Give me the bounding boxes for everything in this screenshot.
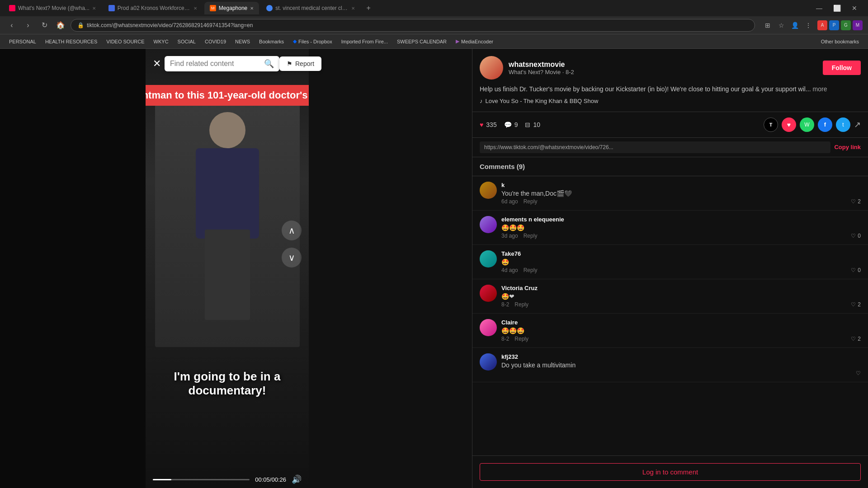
comment-like-kfj[interactable]: ♡ — [856, 370, 861, 376]
tab-megaphone[interactable]: M Megaphone ✕ — [204, 2, 259, 14]
maximize-button[interactable]: ⬜ — [830, 3, 844, 14]
bookmark-news[interactable]: NEWS — [231, 38, 254, 46]
tab-whatsnext[interactable]: What's Next? Movie (@wha... ✕ — [4, 2, 101, 14]
close-window-button[interactable]: ✕ — [848, 3, 861, 14]
comment-like-vc[interactable]: ♡ 2 — [851, 301, 861, 308]
bookmark-personal[interactable]: PERSONAL — [5, 38, 40, 46]
video-container[interactable]: Add stuntman to this 101-year-old doctor… — [146, 49, 309, 488]
home-button[interactable]: 🏠 — [54, 19, 67, 32]
nav-arrow-up[interactable]: ∧ — [282, 221, 302, 240]
comment-avatar-kfj[interactable] — [480, 353, 497, 371]
report-button[interactable]: ⚑ Report — [279, 56, 321, 71]
url-bar[interactable]: 🔒 tiktok.com/@whatsnextmovie/video/72628… — [71, 19, 755, 32]
bookmark-imported[interactable]: Imported From Fire... — [338, 38, 392, 46]
comment-reply-k[interactable]: Reply — [524, 198, 538, 205]
comment-meta-el: 3d ago Reply ♡ 0 — [501, 233, 861, 239]
close-button[interactable]: ✕ — [153, 58, 161, 70]
copy-link-button[interactable]: Copy link — [834, 144, 861, 150]
comment-item: Take76 🤩 4d ago Reply ♡ 0 — [472, 245, 868, 279]
bookmark-video[interactable]: VIDEO SOURCE — [103, 38, 148, 46]
music-title[interactable]: Love You So - The King Khan & BBQ Show — [486, 98, 599, 104]
tab-close-kronos[interactable]: ✕ — [193, 6, 197, 11]
refresh-button[interactable]: ↻ — [38, 19, 51, 32]
follow-button[interactable]: Follow — [823, 61, 861, 75]
comment-reply-vc[interactable]: Reply — [514, 301, 528, 308]
author-username[interactable]: whatsnextmovie — [509, 61, 817, 69]
ext-icon-1[interactable]: A — [817, 20, 827, 30]
tab-stvincent[interactable]: st. vincent medical center clevel... ✕ — [261, 2, 360, 14]
bookmark-wkyc[interactable]: WKYC — [150, 38, 172, 46]
bookmarks-stat[interactable]: ⊟ 10 — [525, 121, 540, 128]
comment-reply-t76[interactable]: Reply — [524, 267, 538, 273]
comments-header: Comments (9) — [472, 157, 868, 176]
search-input[interactable] — [170, 60, 260, 68]
comment-like-t76[interactable]: ♡ 0 — [851, 267, 861, 273]
bookmark-covid[interactable]: COVID19 — [201, 38, 230, 46]
description-more-link[interactable]: more — [813, 85, 827, 93]
comment-avatar-vc[interactable] — [480, 285, 497, 302]
search-submit-button[interactable]: 🔍 — [264, 59, 274, 69]
comment-avatar-k[interactable] — [480, 182, 497, 199]
share-whatsapp-button[interactable]: W — [800, 117, 814, 132]
comment-like-k[interactable]: ♡ 2 — [851, 198, 861, 205]
minimize-button[interactable]: — — [812, 3, 826, 14]
tab-close-stvincent[interactable]: ✕ — [351, 6, 355, 11]
comments-stat[interactable]: 💬 9 — [504, 121, 518, 128]
back-button[interactable]: ‹ — [5, 19, 18, 32]
tab-title-kronos: Prod a02 Kronos Workforce Cer... — [118, 5, 191, 11]
forward-button[interactable]: › — [22, 19, 34, 32]
share-facebook-button[interactable]: f — [818, 117, 832, 132]
comment-username-el[interactable]: elements n elequeenie — [501, 216, 861, 223]
search-box[interactable]: 🔍 — [165, 56, 279, 71]
bookmark-health[interactable]: HEALTH RESOURCES — [42, 38, 101, 46]
progress-bar[interactable] — [153, 479, 250, 480]
tab-close-megaphone[interactable]: ✕ — [250, 6, 254, 11]
bookmark-dropbox[interactable]: ◆ Files - Dropbox — [289, 37, 336, 46]
tab-kronos[interactable]: Prod a02 Kronos Workforce Cer... ✕ — [103, 2, 203, 14]
comment-reply-el[interactable]: Reply — [524, 233, 538, 239]
tab-title-megaphone: Megaphone — [219, 5, 247, 11]
bookmark-social[interactable]: SOCIAL — [174, 38, 199, 46]
share-tiktok-button[interactable]: T — [764, 117, 778, 132]
comment-username-t76[interactable]: Take76 — [501, 250, 861, 257]
comment-item: Claire 🤩🤩🤩 8-2 Reply ♡ 2 — [472, 314, 868, 348]
likes-stat[interactable]: ♥ 335 — [480, 121, 497, 128]
comment-username-cl[interactable]: Claire — [501, 319, 861, 326]
comment-like-el[interactable]: ♡ 0 — [851, 233, 861, 239]
link-row: https://www.tiktok.com/@whatsnextmovie/v… — [472, 138, 868, 157]
comment-username-k[interactable]: k — [501, 182, 861, 188]
comment-text-kfj: Do you take a multivitamin — [501, 361, 861, 369]
bookmark-sweeps[interactable]: SWEEPS CALENDAR — [393, 38, 450, 46]
comment-avatar-t76[interactable] — [480, 250, 497, 267]
login-button[interactable]: Log in to comment — [480, 463, 861, 481]
comment-like-cl[interactable]: ♡ 2 — [851, 336, 861, 342]
bookmark-star-icon[interactable]: ☆ — [776, 20, 787, 31]
ext-icon-2[interactable]: P — [829, 20, 839, 30]
ext-icon-3[interactable]: G — [841, 20, 851, 30]
comment-avatar-el[interactable] — [480, 216, 497, 233]
extensions-icon[interactable]: ⊞ — [762, 20, 773, 31]
stats-row: ♥ 335 💬 9 ⊟ 10 T ♥ W f t ↗ — [472, 112, 868, 138]
like-heart-cl: ♡ — [851, 336, 856, 342]
bookmark-label-social: SOCIAL — [178, 39, 196, 44]
comment-username-vc[interactable]: Victoria Cruz — [501, 285, 861, 291]
comment-avatar-cl[interactable] — [480, 319, 497, 336]
share-more-button[interactable]: ↗ — [854, 120, 861, 130]
nav-arrow-down[interactable]: ∨ — [282, 248, 302, 267]
ext-icon-4[interactable]: M — [853, 20, 863, 30]
comment-username-kfj[interactable]: kfj232 — [501, 353, 861, 360]
bookmark-other[interactable]: Other bookmarks — [817, 38, 863, 46]
video-caption: Add stuntman to this 101-year-old doctor… — [146, 85, 309, 106]
bookmark-bookmarks[interactable]: Bookmarks — [255, 38, 288, 46]
bookmark-mediaencoder[interactable]: ▶ MediaEncoder — [452, 37, 497, 46]
volume-button[interactable]: 🔊 — [292, 474, 302, 484]
comment-reply-cl[interactable]: Reply — [514, 336, 528, 342]
account-icon[interactable]: 👤 — [789, 20, 800, 31]
share-red-button[interactable]: ♥ — [782, 117, 796, 132]
author-avatar[interactable] — [480, 56, 503, 80]
share-twitter-button[interactable]: t — [836, 117, 850, 132]
tab-close-whatsnext[interactable]: ✕ — [92, 6, 96, 11]
address-bar: ‹ › ↻ 🏠 🔒 tiktok.com/@whatsnextmovie/vid… — [0, 16, 868, 34]
new-tab-button[interactable]: + — [362, 2, 375, 14]
settings-icon[interactable]: ⋮ — [803, 20, 814, 31]
